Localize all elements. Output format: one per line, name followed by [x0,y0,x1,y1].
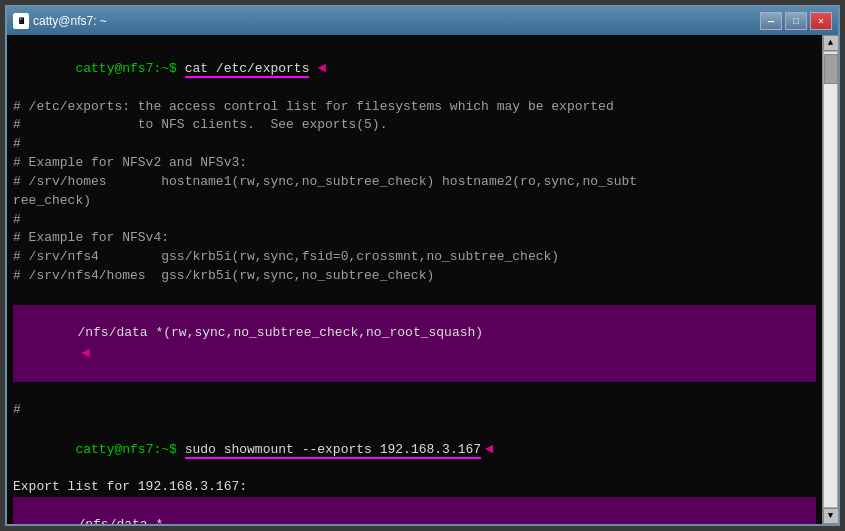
terminal-line-8: # [13,211,816,230]
nfs-data-export: /nfs/data * [77,517,163,524]
terminal-line-2: # /etc/exports: the access control list … [13,98,816,117]
arrow-3: ◄ [485,441,493,457]
terminal-line-13: /nfs/data *(rw,sync,no_subtree_check,no_… [13,305,816,382]
terminal-line-14 [13,382,816,401]
scrollbar-up-button[interactable]: ▲ [823,35,839,51]
terminal-line-10: # /srv/nfs4 gss/krb5i(rw,sync,fsid=0,cro… [13,248,816,267]
terminal-line-4: # [13,135,816,154]
scrollbar[interactable]: ▲ ▼ [822,35,838,524]
maximize-button[interactable]: □ [785,12,807,30]
prompt-1: catty@nfs7:~$ [75,61,184,76]
arrow-2: ◄ [81,345,89,361]
terminal-content[interactable]: catty@nfs7:~$ cat /etc/exports ◄ # /etc/… [7,35,822,524]
terminal-window: 🖥 catty@nfs7: ~ — □ ✕ catty@nfs7:~$ cat … [5,5,840,526]
terminal-line-5: # Example for NFSv2 and NFSv3: [13,154,816,173]
terminal-line-1: catty@nfs7:~$ cat /etc/exports ◄ [13,39,816,98]
terminal-line-6: # /srv/homes hostname1(rw,sync,no_subtre… [13,173,816,192]
terminal-line-7: ree_check) [13,192,816,211]
titlebar: 🖥 catty@nfs7: ~ — □ ✕ [7,7,838,35]
prompt-2: catty@nfs7:~$ [75,442,184,457]
nfs-export-line: /nfs/data *(rw,sync,no_subtree_check,no_… [77,325,483,340]
titlebar-buttons: — □ ✕ [760,12,832,30]
terminal-line-12 [13,286,816,305]
window-title: catty@nfs7: ~ [33,14,756,28]
scrollbar-track[interactable] [823,51,838,508]
terminal-line-9: # Example for NFSv4: [13,229,816,248]
terminal-line-11: # /srv/nfs4/homes gss/krb5i(rw,sync,no_s… [13,267,816,286]
scrollbar-thumb[interactable] [824,54,838,84]
close-button[interactable]: ✕ [810,12,832,30]
arrow-1: ◄ [309,60,326,76]
terminal-area: catty@nfs7:~$ cat /etc/exports ◄ # /etc/… [7,35,838,524]
window-icon: 🖥 [13,13,29,29]
terminal-line-16: catty@nfs7:~$ sudo showmount --exports 1… [13,420,816,479]
terminal-line-18: /nfs/data * ◄ [13,497,816,524]
terminal-line-3: # to NFS clients. See exports(5). [13,116,816,135]
minimize-button[interactable]: — [760,12,782,30]
terminal-line-17: Export list for 192.168.3.167: [13,478,816,497]
terminal-line-15: # [13,401,816,420]
cmd-2: sudo showmount --exports 192.168.3.167 [185,442,481,459]
scrollbar-down-button[interactable]: ▼ [823,508,839,524]
cmd-1: cat /etc/exports [185,61,310,78]
